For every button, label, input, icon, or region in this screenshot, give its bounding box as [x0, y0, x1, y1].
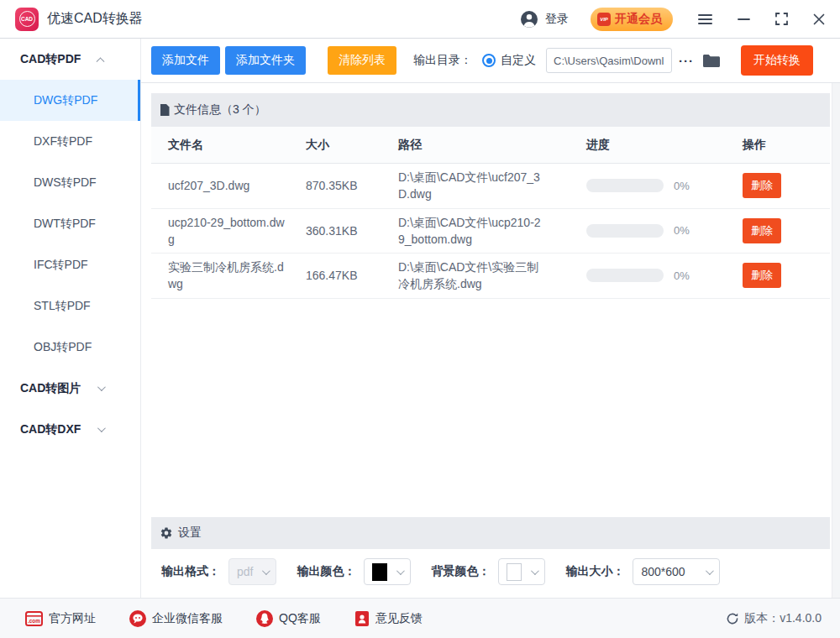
progress-bar [586, 179, 664, 192]
progress-percent: 0% [674, 224, 690, 237]
gear-icon [160, 526, 173, 540]
column-size: 大小 [306, 138, 398, 153]
delete-button[interactable]: 删除 [743, 263, 781, 288]
svg-text:.com: .com [28, 618, 40, 624]
file-size: 870.35KB [306, 179, 398, 192]
toolbar: 添加文件 添加文件夹 清除列表 输出目录： 自定义 ··· 开始转换 [141, 39, 840, 83]
sidebar-item-dxf-to-pdf[interactable]: DXF转PDF [0, 121, 140, 162]
sidebar-item-obj-to-pdf[interactable]: OBJ转PDF [0, 327, 140, 368]
output-format-select[interactable]: pdf [228, 558, 276, 585]
sidebar-item-ifc-to-pdf[interactable]: IFC转PDF [0, 244, 140, 285]
vip-label: 开通会员 [615, 12, 662, 27]
file-info-header: 文件信息（3 个） [151, 93, 830, 127]
column-action: 操作 [726, 138, 830, 153]
scrollbar-track[interactable] [832, 83, 840, 598]
background-color-label: 背景颜色： [431, 564, 490, 579]
website-icon: .com [25, 611, 43, 626]
file-progress: 0% [571, 269, 726, 282]
minimize-button[interactable] [738, 13, 750, 25]
sidebar-group-cad-to-dxf[interactable]: CAD转DXF [0, 409, 140, 450]
file-path: D:\桌面\CAD文件\ucp210-29_bottom.dwg [398, 209, 571, 254]
feedback-link[interactable]: 意见反馈 [354, 610, 423, 627]
refresh-icon [726, 612, 739, 625]
chevron-down-icon [97, 383, 106, 391]
add-file-button[interactable]: 添加文件 [151, 46, 220, 75]
output-size-select[interactable]: 800*600 [633, 558, 720, 585]
version-label: 版本：v1.4.0.0 [744, 611, 822, 626]
sidebar: CAD转PDF DWG转PDF DXF转PDF DWS转PDF DWT转PDF … [0, 39, 141, 598]
vip-icon: VIP [597, 13, 611, 26]
sidebar-item-stl-to-pdf[interactable]: STL转PDF [0, 285, 140, 327]
sidebar-item-dwt-to-pdf[interactable]: DWT转PDF [0, 203, 140, 244]
maximize-button[interactable] [775, 13, 788, 25]
output-color-swatch [372, 563, 387, 581]
output-format-value: pdf [237, 565, 253, 578]
document-icon [160, 104, 170, 116]
file-size: 360.31KB [306, 224, 398, 238]
official-website-link[interactable]: .com 官方网址 [25, 611, 96, 626]
login-button[interactable]: 登录 [520, 10, 569, 29]
output-size-label: 输出大小： [565, 564, 624, 579]
delete-button[interactable]: 删除 [743, 218, 781, 243]
progress-percent: 0% [674, 269, 690, 282]
output-path-input[interactable] [546, 48, 672, 73]
footer: .com 官方网址 企业微信客服 QQ客服 意见反馈 版本：v1.4.0.0 [0, 598, 840, 638]
output-dir-label: 输出目录： [413, 53, 472, 68]
column-path: 路径 [398, 131, 571, 158]
content-area: 添加文件 添加文件夹 清除列表 输出目录： 自定义 ··· 开始转换 文件信息（… [141, 39, 840, 598]
progress-percent: 0% [674, 180, 690, 192]
user-avatar-icon [520, 10, 538, 29]
login-label: 登录 [545, 12, 569, 27]
custom-radio[interactable] [482, 54, 496, 67]
delete-button[interactable]: 删除 [743, 173, 781, 198]
settings-row: 输出格式： pdf 输出颜色： 背景颜色： 输出大小： 800*600 [141, 549, 840, 598]
app-window: CAD 优速CAD转换器 登录 VIP 开通会员 [0, 0, 840, 638]
qq-service-link[interactable]: QQ客服 [256, 610, 321, 627]
maximize-icon [775, 13, 788, 25]
sidebar-group-label: CAD转DXF [20, 422, 81, 437]
sidebar-group-cad-to-pdf[interactable]: CAD转PDF [0, 39, 140, 80]
sidebar-group-cad-to-image[interactable]: CAD转图片 [0, 368, 140, 409]
column-filename: 文件名 [151, 131, 306, 158]
table-header: 文件名 大小 路径 进度 操作 [151, 127, 830, 164]
file-list-area: 文件信息（3 个） 文件名 大小 路径 进度 操作 ucf207_3D.dwg … [141, 83, 840, 517]
clear-list-button[interactable]: 清除列表 [328, 46, 396, 75]
folder-icon [702, 54, 721, 68]
progress-bar [586, 269, 664, 282]
chevron-down-icon [97, 424, 106, 432]
chevron-down-icon [396, 567, 405, 575]
feedback-icon [354, 610, 370, 627]
open-folder-button[interactable] [702, 54, 721, 68]
sidebar-group-label: CAD转图片 [20, 381, 81, 396]
table-row: 实验三制冷机房系统.dwg 166.47KB D:\桌面\CAD文件\实验三制冷… [151, 254, 830, 299]
file-size: 166.47KB [306, 269, 398, 282]
menu-button[interactable] [698, 13, 712, 25]
wechat-service-link[interactable]: 企业微信客服 [129, 610, 223, 627]
file-path: D:\桌面\CAD文件\实验三制冷机房系统.dwg [398, 254, 571, 298]
output-format-label: 输出格式： [161, 564, 220, 579]
chevron-down-icon [706, 567, 714, 575]
background-color-select[interactable] [498, 558, 545, 585]
browse-more-button[interactable]: ··· [679, 54, 694, 68]
output-color-label: 输出颜色： [297, 564, 355, 579]
sidebar-item-dwg-to-pdf[interactable]: DWG转PDF [0, 80, 140, 121]
chevron-down-icon [262, 567, 270, 575]
settings-header: 设置 [151, 517, 830, 549]
file-path: D:\桌面\CAD文件\ucf207_3D.dwg [398, 164, 571, 208]
sidebar-group-label: CAD转PDF [20, 52, 81, 67]
title-bar: CAD 优速CAD转换器 登录 VIP 开通会员 [0, 0, 840, 39]
open-vip-button[interactable]: VIP 开通会员 [591, 8, 673, 31]
close-button[interactable] [813, 13, 825, 25]
start-convert-button[interactable]: 开始转换 [741, 45, 813, 76]
file-progress: 0% [571, 179, 726, 192]
app-title: 优速CAD转换器 [47, 10, 143, 28]
chevron-down-icon [531, 567, 539, 575]
file-name: ucf207_3D.dwg [151, 172, 306, 199]
add-folder-button[interactable]: 添加文件夹 [225, 46, 306, 75]
qq-icon [256, 610, 273, 627]
custom-option-label: 自定义 [501, 53, 536, 68]
output-color-select[interactable] [364, 558, 411, 585]
output-size-value: 800*600 [641, 565, 685, 578]
app-logo-icon: CAD [15, 8, 39, 31]
sidebar-item-dws-to-pdf[interactable]: DWS转PDF [0, 162, 140, 203]
